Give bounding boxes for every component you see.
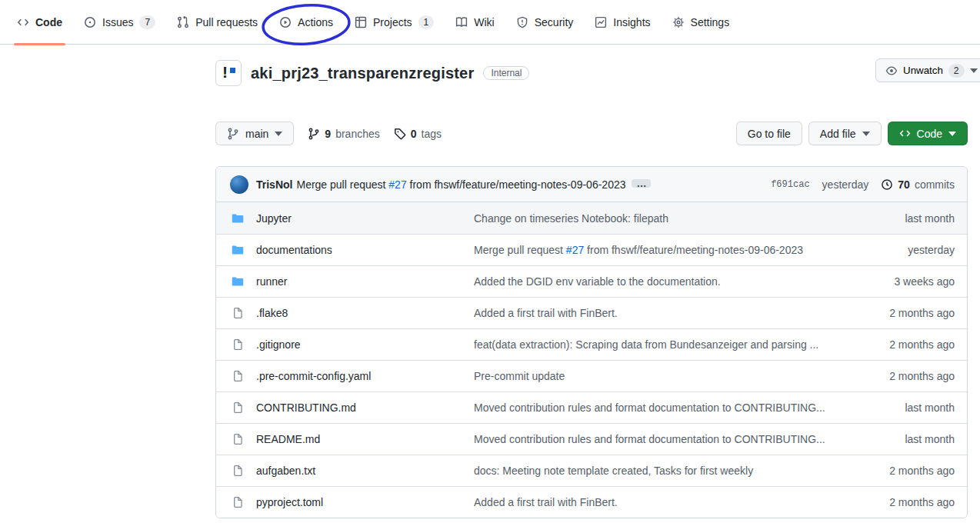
file-name-link[interactable]: documentations (256, 244, 332, 256)
tab-label: Pull requests (195, 16, 258, 28)
file-commit-message[interactable]: docs: Meeting note template created, Tas… (474, 465, 839, 477)
file-name-link[interactable]: Jupyter (256, 212, 292, 225)
file-table: Jupyter Change on timeseries Notebook: f… (216, 202, 967, 518)
org-avatar: ! (215, 60, 242, 86)
file-commit-message[interactable]: Added a first trail with FinBert. (474, 307, 839, 319)
tab-label: Security (535, 16, 574, 28)
file-commit-age[interactable]: last month (839, 212, 955, 225)
tab-settings[interactable]: Settings (665, 0, 738, 44)
chevron-down-icon (970, 68, 978, 73)
latest-commit-meta: f691cac yesterday 70 commits (771, 178, 955, 191)
projects-count-badge: 1 (418, 15, 435, 29)
repo-nav: Code Issues 7 Pull requests Actions Proj… (0, 0, 980, 45)
file-row: Jupyter Change on timeseries Notebook: f… (216, 202, 967, 234)
issues-count-badge: 7 (139, 15, 155, 29)
branches-count: 9 (325, 128, 331, 140)
file-icon (232, 370, 244, 382)
file-navigation-toolbar: main 9 branches 0 tags Go to file Add fi… (215, 122, 968, 145)
file-commit-message[interactable]: Added the DGID env variable to the docum… (474, 275, 839, 288)
file-row: CONTRIBUTING.md Moved contribution rules… (216, 391, 967, 423)
commit-author-link[interactable]: TrisNol (256, 178, 292, 191)
gear-icon (672, 16, 685, 28)
table-icon (355, 16, 367, 28)
file-name-link[interactable]: runner (256, 275, 287, 288)
pr-link[interactable]: #27 (388, 178, 406, 191)
branch-selector-button[interactable]: main (215, 122, 294, 145)
file-row: pyproject.toml Added a first trail with … (216, 486, 967, 518)
commit-history-link[interactable]: 70 commits (881, 178, 955, 191)
go-to-file-button[interactable]: Go to file (736, 122, 802, 145)
file-commit-message[interactable]: Added a first trail with FinBert. (474, 496, 839, 508)
file-commit-age[interactable]: 2 months ago (839, 496, 955, 508)
file-name-link[interactable]: README.md (256, 433, 320, 445)
tab-security[interactable]: Security (508, 0, 582, 44)
book-icon (455, 16, 468, 28)
repo-page: ! aki_prj23_transparenzregister Internal… (215, 45, 968, 518)
file-commit-message[interactable]: Pre-commit update (474, 370, 839, 382)
code-button[interactable]: Code (888, 122, 968, 145)
file-commit-message[interactable]: Merge pull request #27 from fhswf/featur… (474, 244, 839, 256)
tags-label: tags (422, 128, 442, 140)
file-name-link[interactable]: pyproject.toml (256, 496, 323, 508)
tab-label: Settings (691, 16, 730, 28)
file-row: documentations Merge pull request #27 fr… (216, 234, 967, 265)
branches-label: branches (335, 128, 380, 140)
branches-link[interactable]: 9 branches (308, 128, 379, 140)
tab-projects[interactable]: Projects 1 (347, 0, 442, 44)
file-name-link[interactable]: .flake8 (256, 307, 288, 319)
folder-icon (232, 244, 244, 256)
repo-header: ! aki_prj23_transparenzregister Internal (215, 58, 968, 88)
tags-link[interactable]: 0 tags (394, 128, 442, 140)
code-icon (899, 128, 911, 139)
git-pull-request-icon (177, 16, 189, 28)
file-commit-message[interactable]: feat(data extraction): Scraping data fro… (474, 338, 839, 351)
tab-code[interactable]: Code (9, 0, 70, 44)
file-commit-age[interactable]: yesterday (839, 244, 955, 256)
pr-link[interactable]: #27 (566, 244, 584, 256)
file-name-link[interactable]: CONTRIBUTING.md (256, 401, 356, 414)
file-list-box: TrisNolMerge pull request #27 from fhswf… (215, 166, 968, 518)
file-commit-age[interactable]: 2 months ago (839, 370, 955, 382)
file-icon (232, 465, 244, 477)
tab-label: Actions (298, 16, 333, 28)
file-commit-age[interactable]: last month (839, 401, 955, 414)
file-icon (232, 338, 244, 351)
shield-icon (516, 16, 528, 28)
file-commit-age[interactable]: 2 months ago (839, 338, 955, 351)
commit-message-text[interactable]: Merge pull request #27 from fhswf/featur… (296, 178, 625, 191)
git-branch-icon (308, 128, 320, 140)
commit-description-toggle[interactable]: … (632, 179, 651, 188)
file-name-link[interactable]: .gitignore (256, 338, 301, 351)
add-file-label: Add file (820, 128, 856, 140)
commit-author-avatar[interactable] (230, 175, 248, 194)
file-commit-age[interactable]: 3 weeks ago (839, 275, 955, 288)
file-name-link[interactable]: aufgaben.txt (256, 465, 315, 477)
file-commit-age[interactable]: 2 months ago (839, 307, 955, 319)
chevron-down-icon (275, 132, 282, 136)
file-row: .pre-commit-config.yaml Pre-commit updat… (216, 360, 967, 391)
file-commit-message[interactable]: Change on timeseries Notebook: filepath (474, 212, 839, 225)
file-row: runner Added the DGID env variable to th… (216, 265, 967, 297)
tag-icon (394, 128, 406, 140)
visibility-badge: Internal (483, 66, 529, 80)
file-commit-age[interactable]: last month (839, 433, 955, 445)
commit-hash-link[interactable]: f691cac (771, 179, 809, 190)
file-commit-message[interactable]: Moved contribution rules and format docu… (474, 401, 839, 414)
tab-insights[interactable]: Insights (587, 0, 658, 44)
tab-label: Wiki (474, 16, 494, 28)
tab-actions[interactable]: Actions (272, 0, 341, 44)
latest-commit-message: TrisNolMerge pull request #27 from fhswf… (256, 178, 651, 191)
tab-issues[interactable]: Issues 7 (76, 0, 163, 44)
tab-pull-requests[interactable]: Pull requests (169, 0, 265, 44)
repo-title[interactable]: aki_prj23_transparenzregister (251, 65, 474, 82)
graph-icon (595, 16, 607, 28)
issue-opened-icon (84, 16, 96, 28)
tab-wiki[interactable]: Wiki (448, 0, 502, 44)
file-name-link[interactable]: .pre-commit-config.yaml (256, 370, 371, 382)
file-commit-message[interactable]: Moved contribution rules and format docu… (474, 433, 839, 445)
tags-count: 0 (411, 128, 417, 140)
file-commit-age[interactable]: 2 months ago (839, 465, 955, 477)
folder-icon (232, 275, 244, 288)
add-file-button[interactable]: Add file (808, 122, 882, 145)
commit-time-link[interactable]: yesterday (822, 178, 869, 191)
